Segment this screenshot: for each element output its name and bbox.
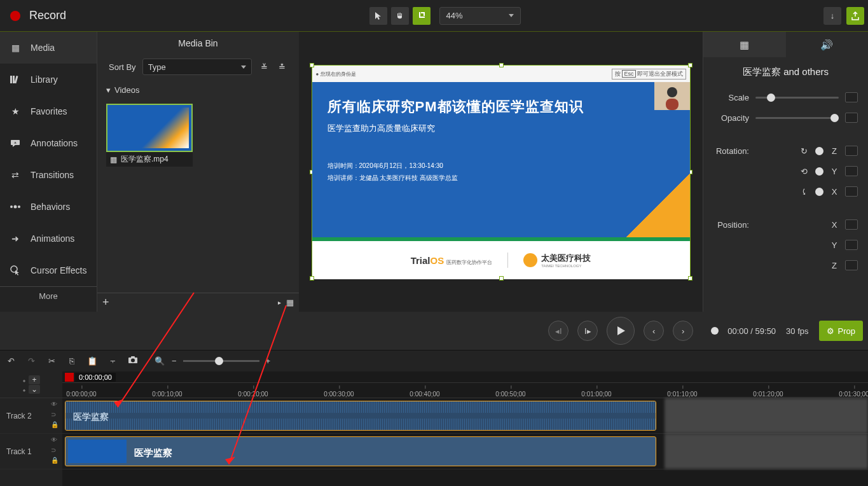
zoom-in-icon[interactable]: + [266,356,271,366]
timeline-zoom-slider[interactable] [183,360,259,362]
sidebar-label: Transitions [31,170,74,180]
copy-icon[interactable]: ⎘ [66,356,78,366]
axis-z: Z [830,261,839,270]
rotate-y-icon[interactable]: ⟲ [799,167,809,176]
media-clip-thumb[interactable]: ▦医学监察.mp4 [106,104,193,167]
crop-tool-icon[interactable] [413,7,431,25]
sidebar-item-animations[interactable]: ➜Animations [0,223,97,254]
blurred-region [665,398,868,433]
next-clip-button[interactable]: › [673,321,693,341]
sidebar-item-transitions[interactable]: ⇄Transitions [0,159,97,191]
sidebar-item-media[interactable]: ▦Media [0,32,97,64]
cut-icon[interactable]: ✂ [46,356,57,366]
rotation-x-knob[interactable] [815,188,823,196]
sidebar-label: Media [31,43,55,53]
next-frame-button[interactable]: I▸ [577,321,598,341]
search-icon[interactable]: 🔍 [154,356,165,366]
audio-properties-tab[interactable]: 🔊 [786,32,869,57]
fps-display: 30 fps [786,326,808,336]
hand-tool-icon[interactable] [391,7,409,25]
track-header-2[interactable]: Track 2 👁⊃🔒 [0,398,62,434]
eye-icon[interactable]: 👁 [51,401,59,408]
canvas-area[interactable]: ● 您现在的身份是 按Esc即可退出全屏模式 所有临床研究PM都该懂的医学监查知… [299,32,703,312]
redo-icon[interactable]: ↷ [25,356,37,366]
videos-section-toggle[interactable]: ▾Videos [97,79,299,101]
video-clip-track1[interactable]: 医学监察 [65,436,656,466]
properties-button[interactable]: ⚙Prop [819,321,863,341]
grid-view-icon[interactable]: ▦ [286,298,294,307]
star-icon: ★ [9,106,22,116]
caret-down-icon [509,14,514,17]
prev-frame-button[interactable]: ◂I [548,321,568,341]
camera-icon[interactable] [127,356,139,366]
rotation-x-input[interactable] [845,186,858,197]
collapse-track-button[interactable]: ⌄ [29,385,40,394]
prev-clip-button[interactable]: ‹ [644,321,664,341]
audio-clip-track2[interactable]: 医学监察 [65,401,656,431]
ruler-tick: 0:01:10;00 [667,391,697,398]
magnet-icon[interactable]: ⊃ [51,411,59,418]
split-icon[interactable]: ⫟ [107,356,118,366]
ruler-tick: 0:00:00;00 [66,391,96,398]
axis-z: Z [830,146,839,156]
cursor-tool-icon[interactable] [369,7,387,25]
film-icon: ▦ [110,155,117,164]
zoom-select[interactable]: 44% [439,7,521,25]
svg-point-7 [18,205,20,208]
rotation-y-knob[interactable] [815,167,823,176]
sidebar-item-library[interactable]: Library [0,64,97,95]
magnet-icon[interactable]: ⊃ [51,447,59,454]
sidebar-item-cursor-effects[interactable]: Cursor Effects [0,254,97,286]
scale-slider[interactable] [755,97,839,99]
sort-asc-icon[interactable]: ≚ [258,61,270,73]
playhead-time: 0:00:00;00 [75,373,116,382]
canvas-clip[interactable]: ● 您现在的身份是 按Esc即可退出全屏模式 所有临床研究PM都该懂的医学监查知… [312,65,691,279]
svg-rect-1 [13,76,15,83]
ruler-tick: 0:00:10;00 [152,391,182,398]
scale-input[interactable] [845,92,858,102]
undo-icon[interactable]: ↶ [5,356,17,366]
detach-button-icon[interactable]: ↓ [823,7,841,25]
sidebar-item-annotations[interactable]: aAnnotations [0,127,97,159]
visual-properties-tab[interactable]: ▦ [703,32,786,57]
sort-dropdown[interactable]: Type [142,59,252,75]
blurred-region [665,434,868,469]
share-button-icon[interactable] [846,7,864,25]
position-y-input[interactable] [845,240,858,250]
rotate-x-icon[interactable]: ⤹ [799,187,809,197]
rotation-z-input[interactable] [845,146,858,156]
play-button[interactable] [607,317,635,345]
sidebar-more[interactable]: More [0,286,97,305]
clip-name: 医学监察.mp4 [121,154,169,165]
track-header-1[interactable]: Track 1 👁⊃🔒 [0,434,62,469]
caret-down-icon [241,66,246,69]
slide-body: 所有临床研究PM都该懂的医学监查知识 医学监查助力高质量临床研究 培训时间：20… [312,82,690,237]
sidebar-item-favorites[interactable]: ★Favorites [0,95,97,127]
sort-desc-icon[interactable]: ≛ [276,61,287,73]
lock-icon[interactable]: 🔒 [51,421,59,428]
marker-icon[interactable]: ⬥ [22,386,26,393]
paste-icon[interactable]: 📋 [86,356,98,366]
eye-icon[interactable]: 👁 [51,436,59,443]
timeline-ruler[interactable]: 0:00:00;000:00:10;000:00:20;000:00:30;00… [62,383,868,398]
annotation-icon: a [9,139,22,147]
playhead-marker[interactable] [65,373,74,382]
opacity-input[interactable] [845,113,858,123]
marker-icon[interactable]: ⬥ [22,377,26,384]
view-toggle-icon[interactable]: ▸ [278,299,281,306]
sidebar-item-behaviors[interactable]: Behaviors [0,191,97,223]
opacity-slider[interactable] [755,117,839,119]
rotate-z-icon[interactable]: ↻ [799,146,809,156]
record-button-dot[interactable] [10,11,20,21]
add-media-icon[interactable]: + [102,296,109,309]
rotation-y-input[interactable] [845,166,858,176]
position-x-input[interactable] [845,219,858,230]
playhead-scrubber-knob[interactable] [711,327,719,335]
add-track-button[interactable]: + [29,375,40,384]
record-label[interactable]: Record [29,9,66,22]
rotation-z-knob[interactable] [815,147,823,155]
ruler-tick: 0:01:30;00 [839,391,868,398]
zoom-out-icon[interactable]: − [172,356,177,366]
lock-icon[interactable]: 🔒 [51,457,59,464]
position-z-input[interactable] [845,260,858,270]
